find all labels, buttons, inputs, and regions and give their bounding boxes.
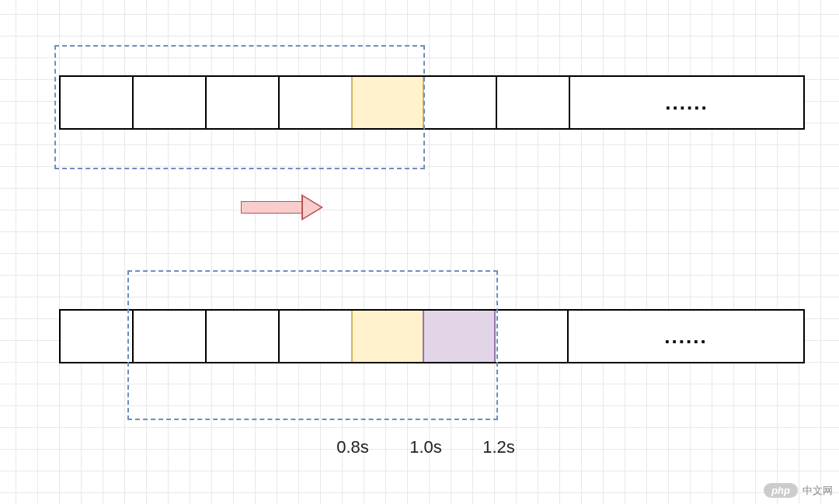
cell-bottom-4-previous <box>351 311 424 362</box>
timeline-top: ...... <box>59 75 805 130</box>
watermark-text: 中文网 <box>802 484 833 498</box>
cell-top-3 <box>280 77 353 128</box>
arrow-right-icon <box>241 194 326 221</box>
cell-top-2 <box>207 77 280 128</box>
cell-top-5 <box>424 77 497 128</box>
cell-bottom-ellipsis: ...... <box>569 311 803 362</box>
watermark: php 中文网 <box>764 483 833 498</box>
cell-top-6 <box>497 77 570 128</box>
cell-bottom-0 <box>61 311 134 362</box>
cell-bottom-2 <box>207 311 280 362</box>
cell-top-4-current <box>351 77 424 128</box>
cell-top-ellipsis: ...... <box>570 77 803 128</box>
label-t3: 1.2s <box>482 437 515 457</box>
cell-bottom-3 <box>280 311 353 362</box>
timeline-bottom: ...... <box>59 309 805 363</box>
label-t2: 1.0s <box>409 437 442 457</box>
watermark-badge: php <box>764 483 798 498</box>
cell-bottom-1 <box>134 311 207 362</box>
cell-top-1 <box>134 77 207 128</box>
cell-bottom-5-current <box>423 311 496 362</box>
label-t1: 0.8s <box>336 437 369 457</box>
cell-top-0 <box>61 77 134 128</box>
time-labels: 0.8s 1.0s 1.2s <box>59 437 805 461</box>
cell-bottom-6 <box>496 311 569 362</box>
